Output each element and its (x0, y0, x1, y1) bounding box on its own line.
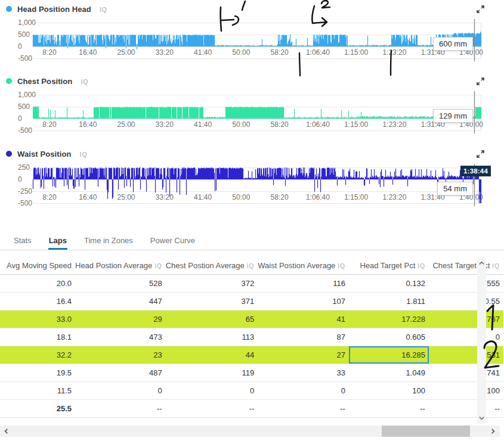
lap-cell[interactable]: 1.049 (349, 364, 429, 382)
lap-cell[interactable]: 0 (429, 328, 503, 346)
lap-cell[interactable]: 27 (258, 346, 349, 364)
lap-cell[interactable]: 100 (429, 382, 503, 400)
lap-cell[interactable]: 16.4 (0, 293, 75, 311)
lap-cell[interactable]: 9.531 (429, 346, 503, 364)
lap-cell[interactable]: -- (166, 400, 258, 418)
svg-text:41:40: 41:40 (194, 48, 212, 57)
svg-text:1:23:20: 1:23:20 (382, 193, 406, 201)
lap-cell[interactable]: 65 (166, 311, 258, 328)
lap-cell[interactable]: 0.132 (349, 275, 429, 293)
lap-row-8[interactable]: 25.5---------- (0, 400, 503, 418)
lap-row-4[interactable]: 18.1473113870.6050 (0, 328, 503, 346)
svg-text:0: 0 (18, 175, 22, 184)
column-header-2[interactable]: Chest Postion AverageIQ (166, 256, 258, 275)
lap-cell[interactable]: 447 (75, 293, 166, 311)
column-header-1[interactable]: Head Postion AverageIQ (75, 256, 166, 275)
lap-cell[interactable]: 20.0 (0, 275, 75, 293)
lap-row-2[interactable]: 16.44473711071.8110.55 (0, 293, 503, 311)
svg-text:250: 250 (18, 163, 30, 172)
value-tooltip: 54 mm (437, 182, 473, 195)
lap-cell[interactable]: 100 (349, 382, 429, 400)
horizontal-scroll-thumb[interactable] (382, 426, 470, 437)
lap-cell[interactable]: 0 (258, 382, 349, 400)
lap-row-1[interactable]: 20.05283721160.1320.555 (0, 275, 503, 293)
lap-cell[interactable]: 0 (166, 382, 258, 400)
svg-text:1:06:40: 1:06:40 (306, 120, 330, 129)
lap-cell[interactable]: 29 (75, 311, 166, 328)
lap-cell[interactable]: 11.5 (0, 382, 75, 400)
iq-badge: IQ (338, 263, 345, 269)
tab-laps[interactable]: Laps (48, 234, 67, 250)
svg-text:-500: -500 (18, 54, 32, 63)
svg-text:16:40: 16:40 (79, 193, 97, 201)
lap-cell[interactable]: 19.5 (0, 364, 75, 382)
lap-cell[interactable]: 0.555 (429, 275, 503, 293)
lap-row-6[interactable]: 19.5487119331.0490.741 (0, 364, 503, 382)
lap-cell[interactable]: 23 (75, 346, 166, 364)
lap-cell[interactable]: 33 (258, 364, 349, 382)
lap-cell[interactable]: 119 (166, 364, 258, 382)
lap-cell[interactable]: 33.0 (0, 311, 75, 328)
lap-cell[interactable]: 18.1 (0, 328, 75, 346)
scroll-right-icon[interactable] (490, 428, 496, 434)
lap-row-3[interactable]: 33.029654117.2284.767 (0, 311, 503, 328)
vertical-scrollbar[interactable] (477, 257, 486, 424)
lap-cell[interactable]: 0.605 (349, 328, 429, 346)
lap-cell[interactable]: 17.228 (349, 311, 429, 328)
lap-cell[interactable]: -- (258, 400, 349, 418)
lap-cell[interactable]: 16.285 (349, 346, 429, 364)
svg-text:1:23:20: 1:23:20 (382, 48, 406, 57)
svg-text:1:06:40: 1:06:40 (306, 193, 330, 201)
scroll-up-icon[interactable] (478, 260, 485, 266)
lap-cell[interactable]: 0.55 (429, 293, 503, 311)
lap-cell[interactable]: -- (349, 400, 429, 418)
chart-block-chest-position: 1,0005000-5008:2016:4025:0033:2041:4050:… (0, 73, 504, 145)
lap-row-5[interactable]: 32.223442716.2859.531 (0, 346, 503, 364)
lap-cell[interactable]: 473 (75, 328, 166, 346)
lap-cell[interactable]: -- (75, 400, 166, 418)
column-header-label: Head Target Pct (360, 261, 415, 270)
detail-tabs: StatsLapsTime in ZonesPower Curve (0, 231, 504, 250)
svg-text:500: 500 (18, 103, 30, 111)
tab-time-in-zones[interactable]: Time in Zones (84, 234, 134, 250)
tab-stats[interactable]: Stats (13, 234, 32, 250)
column-header-3[interactable]: Waist Postion AverageIQ (258, 256, 349, 275)
expand-chart-icon[interactable] (477, 5, 484, 13)
svg-text:0: 0 (18, 42, 22, 51)
column-header-5[interactable]: Chest Target PctIQ (429, 256, 503, 275)
value-tooltip: 600 mm (433, 37, 473, 51)
lap-cell[interactable]: 0.741 (429, 364, 503, 382)
lap-cell[interactable]: -- (429, 400, 503, 418)
lap-cell[interactable]: 116 (258, 275, 349, 293)
lap-cell[interactable]: 487 (75, 364, 166, 382)
lap-cell[interactable]: 0 (75, 382, 166, 400)
lap-cell[interactable]: 4.767 (429, 311, 503, 328)
lap-cell[interactable]: 25.5 (0, 400, 75, 418)
lap-cell[interactable]: 44 (166, 346, 258, 364)
scroll-left-icon[interactable] (3, 428, 10, 434)
lap-cell[interactable]: 1.811 (349, 293, 429, 311)
tab-power-curve[interactable]: Power Curve (150, 234, 196, 250)
expand-chart-icon[interactable] (477, 150, 484, 158)
svg-text:1:15:00: 1:15:00 (344, 120, 368, 129)
scroll-down-icon[interactable] (478, 415, 485, 421)
horizontal-scrollbar[interactable] (0, 426, 500, 437)
lap-cell[interactable]: 107 (258, 293, 349, 311)
lap-cell[interactable]: 113 (166, 328, 258, 346)
lap-cell[interactable]: 87 (258, 328, 349, 346)
chest-position-series (33, 107, 481, 119)
lap-cell[interactable]: 371 (166, 293, 258, 311)
lap-cell[interactable]: 372 (166, 275, 258, 293)
column-header-0[interactable]: Avg Moving Speed (0, 256, 75, 275)
expand-chart-icon[interactable] (477, 77, 484, 85)
iq-badge: IQ (81, 77, 88, 85)
lap-cell[interactable]: 41 (258, 311, 349, 328)
head-position-legend: Head Position HeadIQ (6, 4, 107, 14)
lap-cell[interactable]: 32.2 (0, 346, 75, 364)
column-header-4[interactable]: Head Target PctIQ (349, 256, 429, 275)
lap-row-7[interactable]: 11.5000100100 (0, 382, 503, 400)
column-header-label: Head Postion Average (75, 261, 152, 270)
chest-position-title: Chest Position (17, 77, 72, 86)
lap-cell[interactable]: 528 (75, 275, 166, 293)
svg-text:33:20: 33:20 (156, 48, 174, 57)
